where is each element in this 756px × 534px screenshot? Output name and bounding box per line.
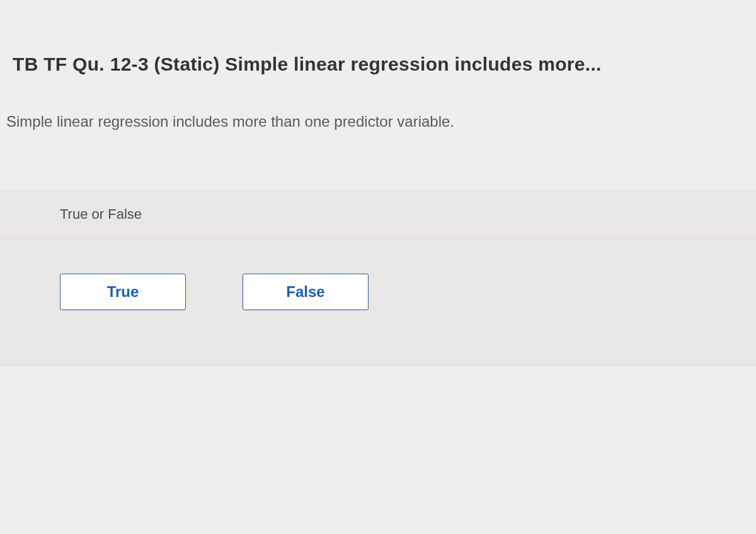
false-button[interactable]: False [243, 274, 369, 310]
question-title: TB TF Qu. 12-3 (Static) Simple linear re… [0, 0, 756, 75]
answer-prompt: True or False [0, 190, 756, 239]
answer-panel: True or False True False [0, 190, 756, 367]
question-text: Simple linear regression includes more t… [0, 75, 756, 131]
question-container: TB TF Qu. 12-3 (Static) Simple linear re… [0, 0, 756, 367]
answer-buttons-row: True False [0, 239, 756, 367]
true-button[interactable]: True [60, 274, 186, 310]
